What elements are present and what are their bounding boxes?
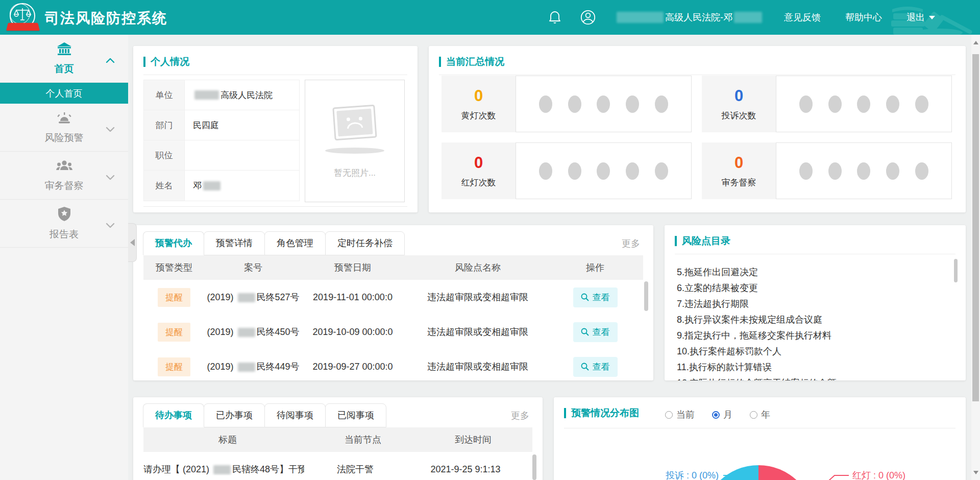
- todo-tab[interactable]: 待办事项: [143, 403, 204, 427]
- risk-name-cell: 违法超审限或变相超审限: [404, 361, 552, 373]
- risk-directory-item[interactable]: 12.实际执行标的全额高于结案标的金额: [677, 375, 952, 380]
- scroll-down-arrow[interactable]: [971, 468, 980, 477]
- sidebar-subitem-personal-home[interactable]: 个人首页: [0, 83, 128, 104]
- placeholder-dot: [597, 95, 610, 113]
- app-logo: [8, 2, 38, 33]
- redacted-text: [194, 90, 219, 100]
- warning-tab[interactable]: 预警详情: [204, 231, 265, 255]
- warning-date-cell: 2019-11-01 00:00:0: [302, 292, 404, 303]
- todo-table-scrollbar[interactable]: [532, 454, 536, 480]
- personal-info-row: 单位高级人民法院: [144, 80, 299, 110]
- placeholder-dot: [568, 162, 581, 180]
- warning-tab[interactable]: 预警代办: [143, 231, 204, 255]
- redacted-text: [617, 12, 664, 23]
- page-scrollbar[interactable]: [971, 35, 980, 480]
- period-options: 当前月年: [665, 409, 770, 421]
- warning-tabstrip: 预警代办预警详情角色管理定时任务补偿: [143, 231, 405, 255]
- stat-name: 审务督察: [722, 177, 756, 188]
- sidebar-item-label: 报告表: [50, 228, 79, 241]
- risk-name-cell: 违法超审限或变相超审限: [404, 291, 552, 303]
- column-header: 操作: [552, 261, 639, 274]
- todo-tab[interactable]: 已阅事项: [325, 403, 386, 427]
- sidebar-item-label: 风险预警: [45, 131, 84, 145]
- radio-label: 月: [723, 409, 732, 421]
- period-radio-年[interactable]: 年: [750, 409, 770, 421]
- warning-type-cell: 提醒: [143, 357, 205, 376]
- redacted-text: [238, 363, 255, 372]
- bank-icon: [57, 42, 72, 58]
- pie-label-complaint: 投诉 : 0 (0%): [666, 469, 719, 480]
- todo-table-row: 请办理【 (2021) 民辖终48号】干预法院干警2021-9-25 9:1:1…: [143, 452, 525, 480]
- column-header: 预警日期: [302, 261, 404, 274]
- risk-directory-item[interactable]: 11.执行标的款计算错误: [677, 359, 952, 375]
- risk-directory-item[interactable]: 6.立案的结果被变更: [677, 280, 952, 296]
- todo-tab[interactable]: 待阅事项: [264, 403, 326, 427]
- stat-block: 0投诉次数: [702, 76, 952, 132]
- case-number-cell: (2019) 民终449号: [205, 361, 302, 373]
- scales-of-justice-icon: [14, 7, 31, 22]
- redacted-text: [238, 328, 255, 337]
- alarm-icon: [56, 111, 72, 127]
- placeholder-dot: [857, 162, 870, 180]
- warning-tab[interactable]: 角色管理: [264, 231, 326, 255]
- help-center-link[interactable]: 帮助中心: [845, 11, 882, 23]
- app-title: 司法风险防控系统: [45, 9, 167, 28]
- redacted-text: [238, 293, 255, 302]
- risk-directory-item[interactable]: 8.执行异议案件未按规定组成合议庭: [677, 312, 952, 328]
- case-number-cell: (2019) 民终527号: [205, 291, 302, 303]
- risk-directory-list: 5.拖延作出回避决定6.立案的结果被变更7.违法超执行期限8.执行异议案件未按规…: [665, 254, 966, 380]
- personal-info-row: 职位: [144, 140, 299, 171]
- warning-more-link[interactable]: 更多: [622, 237, 640, 250]
- todo-tab[interactable]: 已办事项: [204, 403, 265, 427]
- risk-directory-item[interactable]: 10.执行案件超标罚款个人: [677, 344, 952, 359]
- logout-button[interactable]: 退出: [906, 11, 935, 23]
- field-value: 民四庭: [185, 110, 299, 140]
- account-name[interactable]: 高级人民法院-邓: [615, 11, 764, 23]
- scroll-up-arrow[interactable]: [971, 38, 980, 47]
- warning-tab[interactable]: 定时任务补偿: [325, 231, 405, 255]
- risk-directory-item[interactable]: 7.违法超执行期限: [677, 296, 952, 312]
- sidebar-collapse-handle[interactable]: [128, 223, 137, 262]
- sidebar-item-home[interactable]: 首页: [0, 35, 128, 83]
- sidebar-item-trial-supervision[interactable]: 审务督察: [0, 152, 128, 200]
- logo-ribbon: [6, 23, 40, 31]
- magnifier-icon: [581, 293, 589, 301]
- period-radio-当前[interactable]: 当前: [665, 409, 695, 421]
- risk-directory-card: 风险点目录 5.拖延作出回避决定6.立案的结果被变更7.违法超执行期限8.执行异…: [665, 225, 966, 380]
- warning-table-row: 提醒(2019) 民终450号2019-10-09 00:00:0违法超审限或变…: [143, 315, 639, 349]
- view-button[interactable]: 查看: [573, 322, 618, 342]
- chevron-down-icon: [106, 173, 115, 182]
- notification-bell-icon[interactable]: [549, 10, 561, 25]
- sidebar-item-risk-warning[interactable]: 风险预警: [0, 104, 128, 152]
- placeholder-dot: [915, 162, 928, 180]
- scrollbar-thumb[interactable]: [972, 54, 979, 401]
- placeholder-dot: [886, 95, 899, 113]
- risk-list-scrollbar[interactable]: [954, 259, 958, 282]
- stat-name: 红灯次数: [461, 177, 496, 188]
- risk-directory-item[interactable]: 9.指定执行中，拖延移交案件执行材料: [677, 328, 952, 344]
- warning-table-header: 预警类型案号预警日期风险点名称操作: [143, 255, 643, 280]
- remind-badge: 提醒: [158, 323, 190, 342]
- people-icon: [56, 159, 73, 175]
- sidebar-item-report[interactable]: 报告表: [0, 200, 128, 248]
- radio-icon: [750, 411, 757, 419]
- risk-directory-item[interactable]: 5.拖延作出回避决定: [677, 265, 952, 280]
- radio-selected-icon: [712, 411, 720, 419]
- placeholder-dot: [886, 162, 899, 180]
- placeholder-dot: [539, 95, 552, 113]
- stat-label-box: 0投诉次数: [702, 76, 776, 132]
- view-button[interactable]: 查看: [573, 357, 618, 377]
- stat-dots-box: [776, 142, 952, 199]
- view-button[interactable]: 查看: [573, 287, 618, 307]
- feedback-link[interactable]: 意见反馈: [784, 11, 821, 23]
- todo-more-link[interactable]: 更多: [511, 410, 529, 422]
- placeholder-dot: [597, 162, 610, 180]
- redacted-text: [734, 12, 762, 23]
- case-number-cell: (2019) 民终450号: [205, 326, 302, 338]
- field-label: 单位: [144, 80, 185, 110]
- warning-table-scrollbar[interactable]: [644, 281, 648, 311]
- user-avatar-icon[interactable]: [580, 10, 596, 25]
- warning-table-row: 提醒(2019) 民终527号2019-11-01 00:00:0违法超审限或变…: [143, 280, 639, 315]
- distribution-chart-card: 预警情况分布图 当前月年 投诉 : 0 (0%) 红灯 : 0 (0%): [554, 397, 966, 480]
- period-radio-月[interactable]: 月: [712, 409, 732, 421]
